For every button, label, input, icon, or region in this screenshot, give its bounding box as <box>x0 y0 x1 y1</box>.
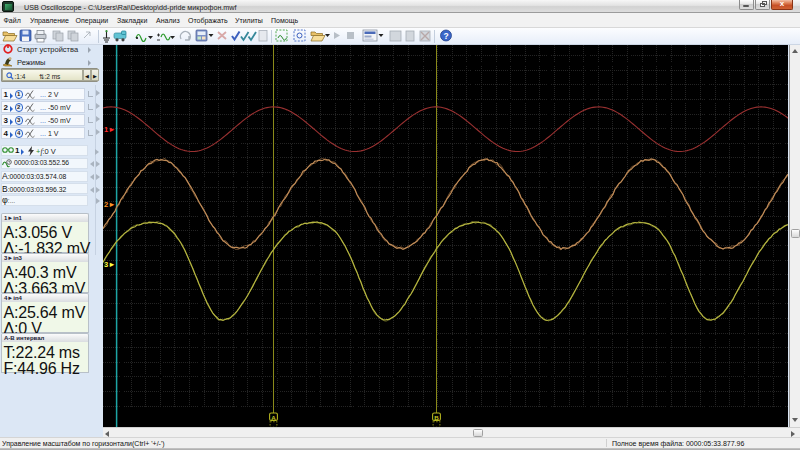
svg-text:2►: 2► <box>104 200 116 209</box>
svg-text:1►: 1► <box>104 125 116 134</box>
svg-text:?: ? <box>443 31 448 41</box>
svg-text:B: B <box>434 414 439 421</box>
svg-text:A: A <box>271 414 276 421</box>
svg-text:3►: 3► <box>104 260 116 269</box>
